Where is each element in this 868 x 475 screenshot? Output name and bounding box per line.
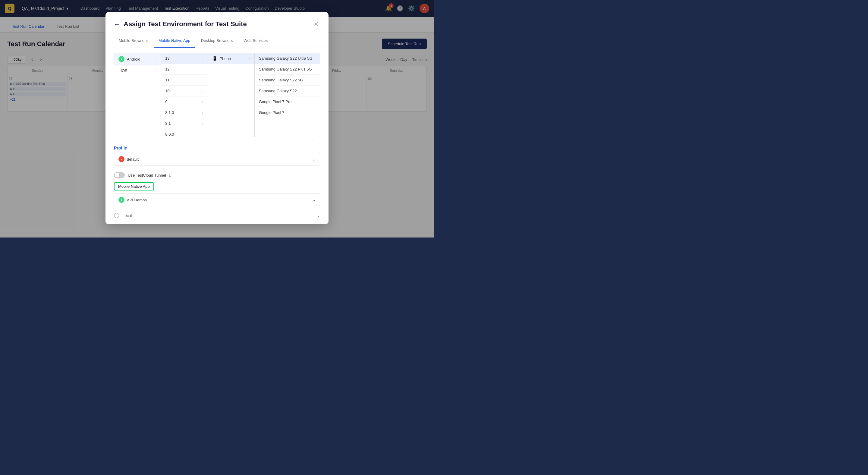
- mobile-native-app-section: Mobile Native App ▲ API Demos ⌄: [114, 182, 320, 206]
- android-icon: ▲: [119, 56, 124, 62]
- local-radio-button[interactable]: [114, 213, 119, 218]
- chevron-right-icon: ›: [202, 89, 204, 93]
- version-13[interactable]: 13 ›: [161, 53, 207, 64]
- version-10[interactable]: 10 ›: [161, 86, 207, 96]
- mna-section-label: Mobile Native App: [114, 182, 154, 190]
- device-samsung-s22-plus[interactable]: Samsung Galaxy S22 Plus 5G: [255, 64, 320, 75]
- chevron-right-icon: ›: [202, 67, 204, 71]
- chevron-right-icon: ›: [202, 133, 204, 136]
- chevron-right-icon: ›: [202, 78, 204, 82]
- dropdown-chevron-icon: ⌄: [312, 157, 315, 162]
- tunnel-label: Use TestCloud Tunnel: [128, 173, 166, 178]
- tab-web-services[interactable]: Web Services: [239, 34, 273, 48]
- chevron-right-icon: ›: [156, 69, 157, 73]
- info-icon[interactable]: ℹ: [169, 173, 170, 178]
- device-samsung-s22[interactable]: Samsung Galaxy S22: [255, 86, 320, 96]
- device-samsung-s22-ultra[interactable]: Samsung Galaxy S22 Ultra 5G: [255, 53, 320, 64]
- version-11[interactable]: 11 ›: [161, 75, 207, 86]
- version-12[interactable]: 12 ›: [161, 64, 207, 75]
- version-800[interactable]: 8.0.0 ›: [161, 129, 207, 137]
- tab-mobile-native-app[interactable]: Mobile Native App: [154, 34, 195, 48]
- device-type-phone[interactable]: 📱 Phone ›: [208, 53, 254, 64]
- os-column: ▲ Android › iOS ›: [114, 53, 161, 137]
- chevron-right-icon: ›: [202, 122, 204, 125]
- modal-back-button[interactable]: ←: [114, 21, 120, 28]
- profile-label: Profile: [114, 146, 320, 150]
- device-samsung-s22-5g[interactable]: Samsung Galaxy S22 5G: [255, 75, 320, 86]
- chevron-right-icon: ›: [156, 57, 157, 61]
- modal-title: Assign Test Environment for Test Suite: [124, 20, 313, 28]
- android-app-icon: ▲: [119, 197, 124, 203]
- version-81[interactable]: 8.1 ›: [161, 118, 207, 129]
- os-ios[interactable]: iOS ›: [114, 65, 161, 76]
- tab-desktop-browsers[interactable]: Desktop Browsers: [196, 34, 238, 48]
- local-section: Local ⌄: [105, 210, 329, 224]
- modal-tabs: Mobile Browsers Mobile Native App Deskto…: [105, 34, 329, 48]
- chevron-right-icon: ›: [202, 100, 204, 104]
- chevron-right-icon: ›: [202, 57, 204, 60]
- modal-close-button[interactable]: ✕: [313, 19, 320, 29]
- toggle-knob: [115, 173, 119, 178]
- profile-dropdown[interactable]: ✕ default ⌄: [114, 153, 320, 165]
- phone-icon: 📱: [212, 56, 217, 61]
- version-810[interactable]: 8.1.0 ›: [161, 107, 207, 118]
- tunnel-toggle[interactable]: [114, 172, 125, 178]
- app-dropdown-chevron-icon: ⌄: [312, 198, 315, 202]
- app-dropdown[interactable]: ▲ API Demos ⌄: [114, 193, 320, 206]
- device-column: Samsung Galaxy S22 Ultra 5G Samsung Gala…: [255, 53, 320, 137]
- tab-mobile-browsers[interactable]: Mobile Browsers: [114, 34, 153, 48]
- device-google-pixel-7[interactable]: Google Pixel 7: [255, 107, 320, 118]
- modal-header: ← Assign Test Environment for Test Suite…: [105, 12, 329, 34]
- modal-overlay: ← Assign Test Environment for Test Suite…: [0, 0, 434, 238]
- device-google-pixel-7-pro[interactable]: Google Pixel 7 Pro: [255, 96, 320, 107]
- local-chevron-icon: ⌄: [317, 213, 320, 218]
- version-column: 13 › 12 › 11 › 10 › 9 ›: [161, 53, 208, 137]
- chevron-right-icon: ›: [249, 57, 250, 60]
- profile-section: Profile ✕ default ⌄: [105, 142, 329, 169]
- environment-selector: ▲ Android › iOS › 13 ›: [114, 53, 320, 137]
- profile-icon: ✕: [119, 156, 124, 162]
- device-type-column: 📱 Phone ›: [208, 53, 255, 137]
- chevron-right-icon: ›: [202, 111, 204, 115]
- tunnel-toggle-row: Use TestCloud Tunnel ℹ: [105, 169, 329, 181]
- version-9[interactable]: 9 ›: [161, 96, 207, 107]
- os-android[interactable]: ▲ Android ›: [114, 53, 161, 65]
- local-row[interactable]: Local ⌄: [114, 213, 320, 218]
- assign-test-environment-modal: ← Assign Test Environment for Test Suite…: [105, 12, 329, 224]
- local-label: Local: [122, 213, 132, 218]
